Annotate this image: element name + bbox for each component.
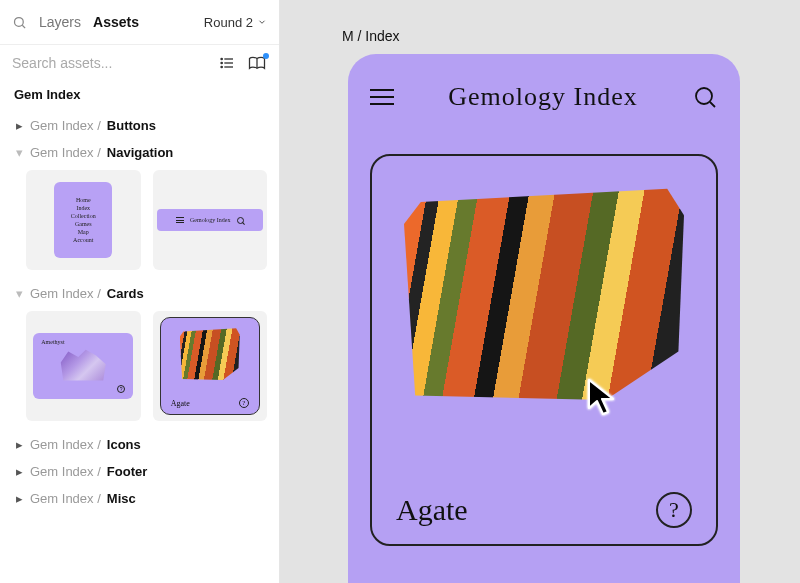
caret-right-icon: ▸ — [14, 437, 24, 452]
frame-label[interactable]: M / Index — [342, 28, 400, 44]
help-icon: ? — [117, 385, 125, 393]
nav-menu-item: Home — [76, 197, 91, 203]
section-prefix: Gem Index / — [30, 286, 101, 301]
section-name: Misc — [107, 491, 136, 506]
search-icon[interactable] — [692, 84, 718, 110]
assets-scroll[interactable]: Gem Index ▸ Gem Index / Buttons ▾ Gem In… — [0, 81, 279, 583]
caret-down-icon: ▾ — [14, 286, 24, 301]
chevron-down-icon — [257, 17, 267, 27]
navigation-thumbs: Home Index Collection Games Map Account … — [26, 170, 267, 270]
nav-menu-preview: Home Index Collection Games Map Account — [54, 182, 112, 258]
cards-thumbs: Amethyst ? Agate ? — [26, 311, 267, 421]
svg-line-1 — [22, 25, 25, 28]
app-title: Gemology Index — [412, 82, 674, 112]
section-prefix: Gem Index / — [30, 145, 101, 160]
section-name: Footer — [107, 464, 147, 479]
card-amethyst-preview: Amethyst ? — [33, 333, 133, 399]
caret-down-icon: ▾ — [14, 145, 24, 160]
asset-search-input[interactable] — [12, 55, 207, 71]
section-icons[interactable]: ▸ Gem Index / Icons — [12, 431, 267, 458]
nav-menu-item: Index — [76, 205, 90, 211]
assets-panel: Layers Assets Round 2 Gem Index ▸ Gem In… — [0, 0, 280, 583]
help-icon: ? — [239, 398, 249, 408]
asset-nav-bar[interactable]: Gemology Index — [153, 170, 268, 270]
panel-tabs: Layers Assets Round 2 — [0, 0, 279, 44]
gem-card[interactable]: Agate ? — [370, 154, 718, 546]
caret-right-icon: ▸ — [14, 491, 24, 506]
section-prefix: Gem Index / — [30, 437, 101, 452]
section-buttons[interactable]: ▸ Gem Index / Buttons — [12, 112, 267, 139]
svg-point-0 — [15, 17, 24, 26]
section-prefix: Gem Index / — [30, 118, 101, 133]
section-cards[interactable]: ▾ Gem Index / Cards — [12, 280, 267, 307]
section-name: Icons — [107, 437, 141, 452]
section-navigation[interactable]: ▾ Gem Index / Navigation — [12, 139, 267, 166]
notification-dot — [263, 53, 269, 59]
nav-menu-item: Account — [73, 237, 93, 243]
list-view-icon[interactable] — [217, 53, 237, 73]
caret-right-icon: ▸ — [14, 118, 24, 133]
round-selector-label: Round 2 — [204, 15, 253, 30]
card-label: Amethyst — [41, 339, 64, 345]
tab-assets[interactable]: Assets — [93, 14, 139, 30]
library-title: Gem Index — [14, 87, 267, 102]
svg-point-5 — [221, 58, 222, 59]
agate-image — [404, 180, 684, 400]
svg-line-10 — [710, 102, 715, 107]
hamburger-icon[interactable] — [370, 89, 394, 105]
gem-name: Agate — [396, 493, 468, 527]
amethyst-image — [58, 348, 108, 384]
section-name: Buttons — [107, 118, 156, 133]
hamburger-icon — [176, 217, 184, 223]
nav-bar-title: Gemology Index — [190, 217, 231, 223]
search-icon[interactable] — [12, 15, 27, 30]
card-footer: Agate ? — [390, 492, 698, 532]
section-prefix: Gem Index / — [30, 464, 101, 479]
svg-point-6 — [221, 62, 222, 63]
asset-card-amethyst[interactable]: Amethyst ? — [26, 311, 141, 421]
round-selector[interactable]: Round 2 — [204, 15, 267, 30]
nav-menu-item: Map — [78, 229, 89, 235]
card-agate-preview: Agate ? — [160, 317, 260, 415]
help-button[interactable]: ? — [656, 492, 692, 528]
section-name: Cards — [107, 286, 144, 301]
asset-nav-menu[interactable]: Home Index Collection Games Map Account — [26, 170, 141, 270]
svg-point-9 — [696, 88, 712, 104]
design-canvas[interactable]: M / Index Gemology Index Agate ? — [280, 0, 800, 583]
tab-layers[interactable]: Layers — [39, 14, 81, 30]
caret-right-icon: ▸ — [14, 464, 24, 479]
card-label: Agate — [171, 399, 190, 408]
search-icon — [237, 217, 244, 224]
library-book-icon[interactable] — [247, 53, 267, 73]
nav-menu-item: Games — [75, 221, 92, 227]
asset-card-agate[interactable]: Agate ? — [153, 311, 268, 421]
section-footer[interactable]: ▸ Gem Index / Footer — [12, 458, 267, 485]
device-frame[interactable]: Gemology Index Agate ? — [348, 54, 740, 583]
section-name: Navigation — [107, 145, 173, 160]
section-prefix: Gem Index / — [30, 491, 101, 506]
app-top-bar: Gemology Index — [370, 82, 718, 112]
asset-search-row — [0, 45, 279, 81]
agate-image — [180, 326, 240, 380]
section-misc[interactable]: ▸ Gem Index / Misc — [12, 485, 267, 512]
nav-bar-preview: Gemology Index — [157, 209, 263, 231]
svg-point-7 — [221, 66, 222, 67]
nav-menu-item: Collection — [71, 213, 96, 219]
